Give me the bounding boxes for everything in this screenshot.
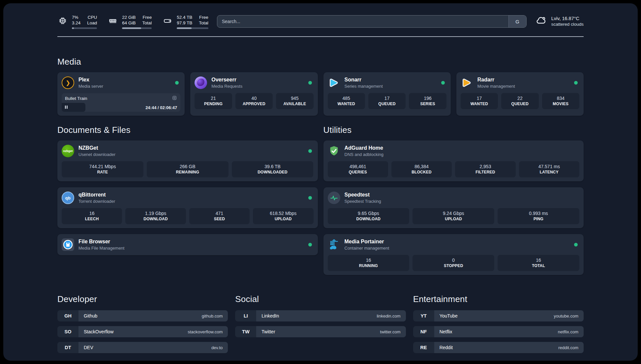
app-card-sonarr[interactable]: Sonarr Series management 485WANTED 17QUE…: [323, 72, 451, 116]
overseerr-icon: [195, 76, 207, 89]
section-title-utilities: Utilities: [323, 125, 584, 135]
search-input[interactable]: [217, 15, 508, 27]
pause-icon[interactable]: [65, 105, 68, 110]
bookmark-abbr: DT: [57, 342, 78, 353]
section-title-social: Social: [235, 294, 406, 304]
disk-stat: 52.4 TB 97.9 TB Free Total: [162, 15, 208, 29]
plex-icon: ❯: [62, 76, 74, 89]
top-bar: 7% 3.24 CPU Load: [3, 3, 638, 29]
stat-tile: 485WANTED: [328, 93, 365, 109]
app-name: File Browser: [78, 238, 124, 245]
bookmark-linkedin[interactable]: LI LinkedIn linkedin.com: [235, 310, 406, 321]
app-subtitle: Media File Management: [78, 245, 124, 251]
app-card-adguard[interactable]: AdGuard Home DNS and adblocking 498,461Q…: [323, 140, 584, 181]
bookmark-abbr: TW: [235, 326, 256, 337]
bookmark-name: Twitter: [261, 329, 275, 334]
app-subtitle: Usenet downloader: [78, 152, 115, 157]
disk-free-label: Free: [199, 15, 208, 20]
status-online-dot: [574, 243, 578, 247]
app-card-portainer[interactable]: Media Portainer Container management 16R…: [323, 234, 584, 275]
disk-total-value: 97.9 TB: [177, 20, 192, 26]
radarr-icon: [461, 76, 473, 89]
bookmark-url: twitter.com: [380, 329, 401, 334]
stat-tile: 22QUEUED: [501, 93, 538, 109]
bookmark-name: LinkedIn: [261, 313, 279, 318]
bookmark-url: netflix.com: [558, 329, 578, 334]
weather-condition: scattered clouds: [551, 21, 584, 27]
app-card-radarr[interactable]: Radarr Movie management 17WANTED 22QUEUE…: [456, 72, 584, 116]
app-subtitle: Movie management: [477, 83, 515, 89]
app-name: Speedtest: [345, 192, 381, 198]
app-card-speedtest[interactable]: Speedtest Speedtest Tracking 9.65 GbpsDO…: [323, 187, 584, 228]
bookmark-youtube[interactable]: YT YouTube youtube.com: [413, 310, 584, 321]
bookmark-stackoverflow[interactable]: SO StackOverflow stackoverflow.com: [57, 326, 228, 337]
stat-tile: 945AVAILABLE: [276, 93, 313, 109]
bookmark-name: Netflix: [440, 329, 452, 334]
playback-time: 24:44 / 02:06:47: [145, 105, 177, 110]
stat-tile: 39.6 TBDOWNLOADED: [232, 161, 314, 177]
bookmark-github[interactable]: GH Github github.com: [57, 310, 228, 321]
app-card-qbittorrent[interactable]: qb qBittorrent Torrent downloader 16LEEC…: [57, 187, 318, 228]
bookmark-twitter[interactable]: TW Twitter twitter.com: [235, 326, 406, 337]
app-name: Sonarr: [345, 76, 383, 83]
app-name: Media Portainer: [345, 238, 389, 245]
status-online-dot: [441, 81, 445, 85]
bookmark-name: Reddit: [440, 345, 453, 350]
playback-progress-bar[interactable]: 24:44 / 02:06:47: [62, 103, 180, 112]
memory-total-value: 64 GiB: [122, 20, 136, 26]
bookmarks-social: Social LI LinkedIn linkedin.com TW Twitt…: [235, 294, 406, 342]
search-engine-button[interactable]: G: [508, 15, 526, 27]
speedtest-icon: [328, 192, 340, 204]
bookmark-reddit[interactable]: RE Reddit reddit.com: [413, 342, 584, 353]
now-playing-title: Bullet Train: [65, 96, 87, 101]
stat-tile: 1.19 GbpsDOWNLOAD: [125, 208, 186, 224]
stat-tile: 16TOTAL: [498, 255, 579, 271]
utilities-column: Utilities AdGuard Home DNS and a: [323, 125, 584, 275]
app-card-plex[interactable]: ❯ Plex Media server Bullet Train: [57, 72, 185, 116]
memory-free-label: Free: [142, 15, 152, 20]
memory-total-label: Total: [142, 20, 152, 26]
stat-tile: 0STOPPED: [412, 255, 494, 271]
search-bar: G: [217, 15, 527, 28]
adguard-icon: [328, 145, 340, 157]
middle-columns: Documents & Files nzbget NZBGet Usenet d…: [3, 125, 638, 275]
documents-column: Documents & Files nzbget NZBGet Usenet d…: [57, 125, 318, 255]
bookmark-abbr: NF: [413, 326, 434, 337]
bookmark-netflix[interactable]: NF Netflix netflix.com: [413, 326, 584, 337]
now-playing-settings-icon[interactable]: [172, 95, 177, 102]
stat-tile: 86,384BLOCKED: [391, 161, 452, 177]
app-subtitle: Media server: [78, 83, 103, 89]
stat-tile: 744.21 MbpsRATE: [62, 161, 143, 177]
bookmarks-developer: Developer GH Github github.com SO StackO…: [57, 294, 228, 358]
section-title-developer: Developer: [57, 294, 228, 304]
app-name: Plex: [78, 76, 103, 83]
dashboard-page: 7% 3.24 CPU Load: [3, 3, 638, 361]
app-subtitle: DNS and adblocking: [345, 152, 384, 157]
stat-tile: 498,461QUERIES: [328, 161, 388, 177]
app-subtitle: Container management: [345, 245, 389, 251]
app-card-nzbget[interactable]: nzbget NZBGet Usenet downloader 744.21 M…: [57, 140, 318, 181]
stat-tile: 9.65 GbpsDOWNLOAD: [328, 208, 410, 224]
memory-usage-bar: [122, 27, 152, 29]
stat-tile: 47.571 msLATENCY: [519, 161, 579, 177]
bookmark-name: DEV: [84, 345, 93, 350]
status-online-dot: [308, 243, 312, 247]
stat-tile: 471SEED: [189, 208, 250, 224]
stat-tile: 17WANTED: [461, 93, 498, 109]
cpu-usage-bar: [72, 27, 97, 29]
bookmark-abbr: SO: [57, 326, 78, 337]
bookmark-name: Github: [84, 313, 97, 318]
memory-stat: 22 GiB 64 GiB Free Total: [107, 15, 152, 29]
bookmark-dev[interactable]: DT DEV dev.to: [57, 342, 228, 353]
stat-tile: 17QUEUED: [368, 93, 406, 109]
bookmark-url: github.com: [202, 314, 223, 318]
nzbget-icon: nzbget: [62, 145, 74, 157]
section-title-media: Media: [57, 57, 584, 67]
app-card-filebrowser[interactable]: File Browser Media File Management: [57, 234, 318, 255]
app-card-overseerr[interactable]: Overseerr Media Requests 21PENDING 40APP…: [190, 72, 318, 116]
weather-location: Lviv, 16.87°C: [551, 15, 584, 21]
bookmark-abbr: GH: [57, 310, 78, 321]
bookmark-url: linkedin.com: [377, 314, 400, 318]
section-title-entertainment: Entertainment: [413, 294, 584, 304]
app-name: qBittorrent: [78, 192, 115, 198]
